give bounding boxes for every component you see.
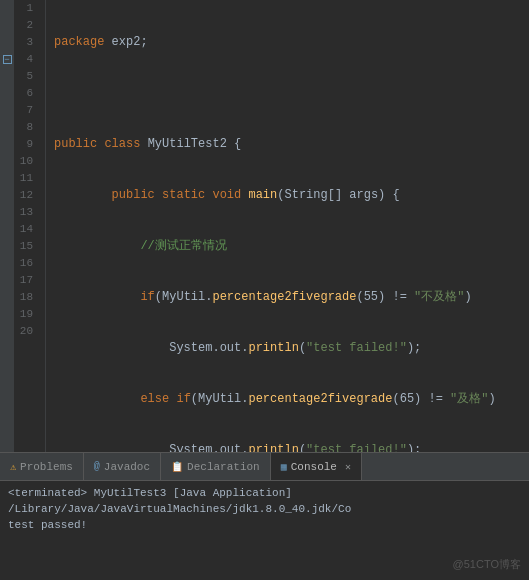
code-line-8: else if(MyUtil.percentage2fivegrade(65) … [54,391,529,408]
line-num-5: 5 [14,68,37,85]
line-num-15: 15 [14,238,37,255]
console-output: <terminated> MyUtilTest3 [Java Applicati… [0,481,529,580]
code-line-2 [54,85,529,102]
code-line-3: public class MyUtilTest2 { [54,136,529,153]
fold-marker[interactable]: − [2,51,12,68]
code-container: − 1 2 3 4 5 6 7 8 9 10 11 12 13 14 15 16… [0,0,529,452]
line-num-14: 14 [14,221,37,238]
tab-problems-label: Problems [20,461,73,473]
line-num-10: 10 [14,153,37,170]
code-line-7: System.out.println("test failed!"); [54,340,529,357]
javadoc-icon: @ [94,461,100,472]
console-terminated-line: <terminated> MyUtilTest3 [Java Applicati… [8,485,521,517]
code-line-5: //测试正常情况 [54,238,529,255]
line-num-3: 3 [14,34,37,51]
code-content[interactable]: package exp2; public class MyUtilTest2 {… [46,0,529,452]
fold-button[interactable]: − [3,55,12,64]
line-num-6: 6 [14,85,37,102]
gutter: − [0,0,14,452]
tab-console-label: Console [291,461,337,473]
line-num-17: 17 [14,272,37,289]
watermark: @51CTO博客 [453,557,521,572]
tab-console[interactable]: ▦ Console ✕ [271,453,362,480]
line-num-8: 8 [14,119,37,136]
tab-problems[interactable]: ⚠ Problems [0,453,84,480]
line-num-1: 1 [14,0,37,17]
line-num-2: 2 [14,17,37,34]
tab-javadoc[interactable]: @ Javadoc [84,453,161,480]
problems-icon: ⚠ [10,461,16,473]
line-num-11: 11 [14,170,37,187]
editor-area: − 1 2 3 4 5 6 7 8 9 10 11 12 13 14 15 16… [0,0,529,452]
code-line-1: package exp2; [54,34,529,51]
tab-bar: ⚠ Problems @ Javadoc 📋 Declaration ▦ Con… [0,452,529,480]
line-num-12: 12 [14,187,37,204]
line-num-18: 18 [14,289,37,306]
tab-declaration-label: Declaration [187,461,260,473]
code-line-6: if(MyUtil.percentage2fivegrade(55) != "不… [54,289,529,306]
console-close-icon[interactable]: ✕ [345,461,351,473]
line-num-4: 4 [14,51,37,68]
line-num-9: 9 [14,136,37,153]
console-icon: ▦ [281,461,287,473]
code-line-4: public static void main(String[] args) { [54,187,529,204]
line-num-13: 13 [14,204,37,221]
line-num-19: 19 [14,306,37,323]
tab-javadoc-label: Javadoc [104,461,150,473]
tab-declaration[interactable]: 📋 Declaration [161,453,271,480]
line-num-16: 16 [14,255,37,272]
line-num-7: 7 [14,102,37,119]
console-area: <terminated> MyUtilTest3 [Java Applicati… [0,480,529,580]
line-numbers: 1 2 3 4 5 6 7 8 9 10 11 12 13 14 15 16 1… [14,0,46,452]
code-line-9: System.out.println("test failed!"); [54,442,529,452]
declaration-icon: 📋 [171,461,183,473]
console-result-line: test passed! [8,517,521,533]
line-num-20: 20 [14,323,37,340]
